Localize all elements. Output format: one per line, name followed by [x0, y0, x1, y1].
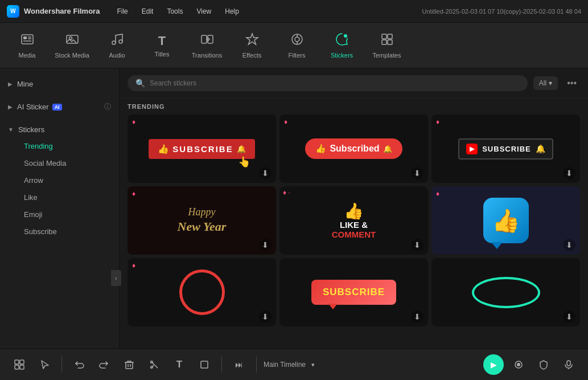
toolbar: Media Stock Media Audio T Titles — [0, 23, 588, 68]
sidebar-group-ai[interactable]: ▶ AI Sticker AI ⓘ — [0, 99, 119, 115]
crop-button[interactable] — [194, 354, 215, 375]
sidebar-group-mine[interactable]: ▶ Mine — [0, 76, 119, 92]
transitions-icon — [200, 32, 214, 50]
premium-badge: ♦ — [436, 118, 439, 126]
sticker-card-like-comment[interactable]: ♦ · 👍 LIKE & COMMENT ⬇ — [279, 186, 428, 255]
separator3 — [256, 357, 257, 373]
sidebar-item-like[interactable]: Like — [3, 189, 116, 206]
sidebar: ▶ Mine ▶ AI Sticker AI ⓘ ▼ Stickers Tren… — [0, 68, 120, 349]
stickers-grid: ♦ 👍 SUBSCRIBE 🔔 👆 ⬇ ♦ — [120, 115, 588, 334]
sticker-card-thumbsup[interactable]: ♦ 👍 ⬇ — [431, 186, 580, 255]
tool-titles[interactable]: T Titles — [141, 26, 183, 65]
titlebar: W Wondershare Filmora File Edit Tools Vi… — [0, 0, 588, 23]
svg-rect-33 — [201, 361, 208, 368]
download-icon[interactable]: ⬇ — [259, 310, 272, 323]
sticker-card-circle-red[interactable]: ♦ ⬇ — [128, 258, 276, 326]
subscribe-pink-text: SUBSCRIBE — [323, 287, 385, 297]
menu-edit[interactable]: Edit — [136, 5, 159, 18]
separator — [61, 357, 62, 373]
sticker-card-subscribe-yt[interactable]: ♦ ▶ SUBSCRIBE 🔔 ⬇ — [431, 115, 580, 183]
media-icon — [20, 32, 34, 50]
download-icon[interactable]: ⬇ — [563, 167, 575, 179]
stock-media-icon — [65, 32, 79, 50]
tool-stickers-label: Stickers — [331, 52, 353, 59]
filter-label: All — [539, 79, 546, 87]
svg-marker-11 — [246, 34, 258, 44]
tool-stock-media[interactable]: Stock Media — [51, 26, 93, 65]
svg-rect-5 — [67, 35, 78, 43]
app-logo-icon: W — [7, 5, 19, 18]
menu-file[interactable]: File — [111, 5, 133, 18]
info-icon[interactable]: ⓘ — [104, 102, 111, 112]
tool-transitions[interactable]: Transitions — [186, 26, 228, 65]
tool-stock-label: Stock Media — [55, 52, 89, 59]
bottom-bar: T ⏭ Main Timeline ▾ ▶ — [0, 349, 588, 380]
sidebar-item-trending[interactable]: Trending — [3, 138, 116, 154]
tool-templates[interactable]: Templates — [365, 26, 408, 65]
sidebar-mine-label: Mine — [17, 80, 33, 88]
thumbsup-bubble: 👍 — [483, 198, 529, 243]
sidebar-item-social-media[interactable]: Social Media — [3, 155, 116, 171]
download-icon[interactable]: ⬇ — [259, 167, 272, 179]
text-button[interactable]: T — [169, 354, 190, 375]
menu-view[interactable]: View — [191, 5, 217, 18]
svg-rect-1 — [23, 36, 27, 39]
bottom-layout-icon[interactable] — [9, 354, 30, 375]
happy-text: Happy — [178, 206, 227, 219]
sidebar-item-subscribe[interactable]: Subscribe — [3, 223, 116, 240]
filter-dropdown[interactable]: All ▾ — [533, 76, 558, 90]
timeline-label: Main Timeline — [264, 361, 306, 369]
download-icon[interactable]: ⬇ — [411, 310, 423, 323]
download-icon[interactable]: ⬇ — [259, 239, 272, 251]
separator2 — [221, 357, 222, 373]
sidebar-section-mine: ▶ Mine — [0, 73, 119, 95]
tool-stickers[interactable]: Stickers — [320, 26, 363, 65]
circle-red-element — [179, 269, 225, 315]
sticker-card-oval-teal[interactable]: ⬇ — [431, 258, 580, 326]
sticker-card-subscribe-red[interactable]: ♦ 👍 SUBSCRIBE 🔔 👆 ⬇ — [128, 115, 276, 183]
svg-rect-10 — [208, 35, 213, 43]
mic-button[interactable] — [558, 354, 579, 375]
more-options-button[interactable]: ••• — [564, 76, 580, 91]
premium-badge: ♦ — [132, 261, 135, 269]
cut-button[interactable] — [144, 354, 165, 375]
sidebar-item-arrow[interactable]: Arrow — [3, 172, 116, 189]
search-input-wrap: 🔍 — [128, 75, 528, 91]
tool-templates-label: Templates — [372, 52, 401, 59]
redo-button[interactable] — [94, 354, 114, 375]
bottom-cursor-icon[interactable] — [34, 354, 55, 375]
sidebar-item-emoji[interactable]: Emoji — [3, 206, 116, 223]
premium-badge: ♦ — [436, 190, 439, 198]
sidebar-collapse-button[interactable]: ‹ — [111, 270, 121, 286]
delete-button[interactable] — [119, 354, 139, 375]
sidebar-group-stickers[interactable]: ▼ Stickers — [0, 122, 119, 137]
svg-rect-18 — [388, 34, 392, 39]
download-icon[interactable]: ⬇ — [563, 310, 575, 323]
tool-media[interactable]: Media — [6, 26, 48, 65]
tool-audio[interactable]: Audio — [96, 26, 138, 65]
undo-button[interactable] — [69, 354, 89, 375]
svg-rect-9 — [202, 35, 207, 43]
download-icon[interactable]: ⬇ — [563, 239, 575, 251]
subscribed-text: Subscribed — [330, 144, 379, 154]
templates-icon — [380, 32, 394, 50]
tool-titles-label: Titles — [155, 51, 170, 58]
download-icon[interactable]: ⬇ — [411, 239, 423, 251]
menu-tools[interactable]: Tools — [161, 5, 188, 18]
timeline-dropdown-icon[interactable]: ▾ — [311, 361, 315, 369]
search-bar: 🔍 All ▾ ••• — [120, 68, 588, 99]
skip-button[interactable]: ⏭ — [229, 354, 249, 375]
sticker-card-subscribe-pink[interactable]: SUBSCRIBE ⬇ — [279, 258, 428, 326]
search-input[interactable] — [150, 79, 520, 87]
sticker-card-subscribed[interactable]: ♦ 👍 Subscribed 🔔 ⬇ — [279, 115, 428, 183]
record-button[interactable] — [508, 354, 529, 375]
download-icon[interactable]: ⬇ — [411, 167, 423, 179]
sticker-card-happy-newyear[interactable]: ♦ Happy New Year ⬇ — [128, 186, 276, 255]
shield-button[interactable] — [533, 354, 554, 375]
tool-filters[interactable]: Filters — [276, 26, 318, 65]
menu-help[interactable]: Help — [219, 5, 245, 18]
ai-arrow-icon: ▶ — [8, 104, 13, 110]
svg-rect-20 — [388, 40, 392, 44]
tool-effects[interactable]: Effects — [231, 26, 273, 65]
play-button[interactable]: ▶ — [483, 354, 504, 375]
